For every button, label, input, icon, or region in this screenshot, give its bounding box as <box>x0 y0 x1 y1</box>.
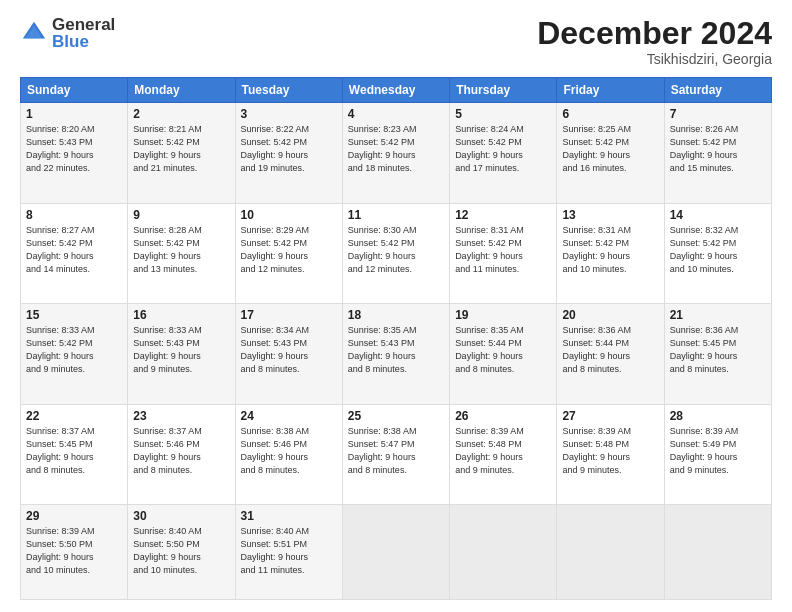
table-row: 26Sunrise: 8:39 AM Sunset: 5:48 PM Dayli… <box>450 404 557 505</box>
table-row: 15Sunrise: 8:33 AM Sunset: 5:42 PM Dayli… <box>21 304 128 405</box>
table-row: 2Sunrise: 8:21 AM Sunset: 5:42 PM Daylig… <box>128 103 235 204</box>
day-number: 6 <box>562 107 658 121</box>
col-saturday: Saturday <box>664 78 771 103</box>
page: General Blue December 2024 Tsikhisdziri,… <box>0 0 792 612</box>
day-number: 12 <box>455 208 551 222</box>
day-info: Sunrise: 8:36 AM Sunset: 5:45 PM Dayligh… <box>670 324 766 376</box>
day-info: Sunrise: 8:35 AM Sunset: 5:43 PM Dayligh… <box>348 324 444 376</box>
day-info: Sunrise: 8:24 AM Sunset: 5:42 PM Dayligh… <box>455 123 551 175</box>
day-info: Sunrise: 8:33 AM Sunset: 5:42 PM Dayligh… <box>26 324 122 376</box>
day-number: 28 <box>670 409 766 423</box>
table-row: 1Sunrise: 8:20 AM Sunset: 5:43 PM Daylig… <box>21 103 128 204</box>
day-number: 5 <box>455 107 551 121</box>
day-number: 8 <box>26 208 122 222</box>
table-row: 19Sunrise: 8:35 AM Sunset: 5:44 PM Dayli… <box>450 304 557 405</box>
day-number: 30 <box>133 509 229 523</box>
table-row: 30Sunrise: 8:40 AM Sunset: 5:50 PM Dayli… <box>128 505 235 600</box>
logo-blue: Blue <box>52 33 115 50</box>
table-row: 21Sunrise: 8:36 AM Sunset: 5:45 PM Dayli… <box>664 304 771 405</box>
day-info: Sunrise: 8:29 AM Sunset: 5:42 PM Dayligh… <box>241 224 337 276</box>
day-number: 7 <box>670 107 766 121</box>
table-row: 20Sunrise: 8:36 AM Sunset: 5:44 PM Dayli… <box>557 304 664 405</box>
table-row: 3Sunrise: 8:22 AM Sunset: 5:42 PM Daylig… <box>235 103 342 204</box>
table-row <box>450 505 557 600</box>
col-friday: Friday <box>557 78 664 103</box>
day-number: 23 <box>133 409 229 423</box>
day-info: Sunrise: 8:39 AM Sunset: 5:49 PM Dayligh… <box>670 425 766 477</box>
day-number: 17 <box>241 308 337 322</box>
col-monday: Monday <box>128 78 235 103</box>
day-info: Sunrise: 8:34 AM Sunset: 5:43 PM Dayligh… <box>241 324 337 376</box>
day-number: 10 <box>241 208 337 222</box>
title-block: December 2024 Tsikhisdziri, Georgia <box>537 16 772 67</box>
table-row: 13Sunrise: 8:31 AM Sunset: 5:42 PM Dayli… <box>557 203 664 304</box>
day-info: Sunrise: 8:37 AM Sunset: 5:45 PM Dayligh… <box>26 425 122 477</box>
day-info: Sunrise: 8:38 AM Sunset: 5:47 PM Dayligh… <box>348 425 444 477</box>
day-number: 14 <box>670 208 766 222</box>
day-number: 15 <box>26 308 122 322</box>
day-number: 2 <box>133 107 229 121</box>
day-info: Sunrise: 8:32 AM Sunset: 5:42 PM Dayligh… <box>670 224 766 276</box>
day-number: 4 <box>348 107 444 121</box>
table-row: 14Sunrise: 8:32 AM Sunset: 5:42 PM Dayli… <box>664 203 771 304</box>
day-number: 22 <box>26 409 122 423</box>
table-row: 7Sunrise: 8:26 AM Sunset: 5:42 PM Daylig… <box>664 103 771 204</box>
table-row: 12Sunrise: 8:31 AM Sunset: 5:42 PM Dayli… <box>450 203 557 304</box>
table-row: 25Sunrise: 8:38 AM Sunset: 5:47 PM Dayli… <box>342 404 449 505</box>
col-wednesday: Wednesday <box>342 78 449 103</box>
calendar-body: 1Sunrise: 8:20 AM Sunset: 5:43 PM Daylig… <box>21 103 772 600</box>
day-info: Sunrise: 8:39 AM Sunset: 5:48 PM Dayligh… <box>455 425 551 477</box>
day-number: 13 <box>562 208 658 222</box>
day-number: 27 <box>562 409 658 423</box>
day-number: 21 <box>670 308 766 322</box>
day-info: Sunrise: 8:21 AM Sunset: 5:42 PM Dayligh… <box>133 123 229 175</box>
day-info: Sunrise: 8:36 AM Sunset: 5:44 PM Dayligh… <box>562 324 658 376</box>
table-row: 5Sunrise: 8:24 AM Sunset: 5:42 PM Daylig… <box>450 103 557 204</box>
day-number: 29 <box>26 509 122 523</box>
location: Tsikhisdziri, Georgia <box>537 51 772 67</box>
day-info: Sunrise: 8:33 AM Sunset: 5:43 PM Dayligh… <box>133 324 229 376</box>
day-info: Sunrise: 8:26 AM Sunset: 5:42 PM Dayligh… <box>670 123 766 175</box>
day-number: 26 <box>455 409 551 423</box>
table-row: 9Sunrise: 8:28 AM Sunset: 5:42 PM Daylig… <box>128 203 235 304</box>
table-row: 28Sunrise: 8:39 AM Sunset: 5:49 PM Dayli… <box>664 404 771 505</box>
day-number: 3 <box>241 107 337 121</box>
day-info: Sunrise: 8:22 AM Sunset: 5:42 PM Dayligh… <box>241 123 337 175</box>
day-info: Sunrise: 8:39 AM Sunset: 5:48 PM Dayligh… <box>562 425 658 477</box>
calendar: Sunday Monday Tuesday Wednesday Thursday… <box>20 77 772 600</box>
table-row: 16Sunrise: 8:33 AM Sunset: 5:43 PM Dayli… <box>128 304 235 405</box>
day-info: Sunrise: 8:20 AM Sunset: 5:43 PM Dayligh… <box>26 123 122 175</box>
day-info: Sunrise: 8:27 AM Sunset: 5:42 PM Dayligh… <box>26 224 122 276</box>
logo: General Blue <box>20 16 115 50</box>
col-thursday: Thursday <box>450 78 557 103</box>
table-row: 18Sunrise: 8:35 AM Sunset: 5:43 PM Dayli… <box>342 304 449 405</box>
day-number: 11 <box>348 208 444 222</box>
table-row <box>342 505 449 600</box>
day-info: Sunrise: 8:38 AM Sunset: 5:46 PM Dayligh… <box>241 425 337 477</box>
header-row: Sunday Monday Tuesday Wednesday Thursday… <box>21 78 772 103</box>
day-number: 1 <box>26 107 122 121</box>
day-info: Sunrise: 8:39 AM Sunset: 5:50 PM Dayligh… <box>26 525 122 577</box>
day-number: 19 <box>455 308 551 322</box>
month-title: December 2024 <box>537 16 772 51</box>
day-number: 16 <box>133 308 229 322</box>
table-row: 8Sunrise: 8:27 AM Sunset: 5:42 PM Daylig… <box>21 203 128 304</box>
table-row: 4Sunrise: 8:23 AM Sunset: 5:42 PM Daylig… <box>342 103 449 204</box>
day-number: 9 <box>133 208 229 222</box>
table-row: 24Sunrise: 8:38 AM Sunset: 5:46 PM Dayli… <box>235 404 342 505</box>
calendar-table: Sunday Monday Tuesday Wednesday Thursday… <box>20 77 772 600</box>
day-number: 18 <box>348 308 444 322</box>
day-info: Sunrise: 8:35 AM Sunset: 5:44 PM Dayligh… <box>455 324 551 376</box>
day-number: 24 <box>241 409 337 423</box>
table-row: 17Sunrise: 8:34 AM Sunset: 5:43 PM Dayli… <box>235 304 342 405</box>
header: General Blue December 2024 Tsikhisdziri,… <box>20 16 772 67</box>
table-row: 29Sunrise: 8:39 AM Sunset: 5:50 PM Dayli… <box>21 505 128 600</box>
day-info: Sunrise: 8:37 AM Sunset: 5:46 PM Dayligh… <box>133 425 229 477</box>
col-tuesday: Tuesday <box>235 78 342 103</box>
day-info: Sunrise: 8:28 AM Sunset: 5:42 PM Dayligh… <box>133 224 229 276</box>
table-row: 6Sunrise: 8:25 AM Sunset: 5:42 PM Daylig… <box>557 103 664 204</box>
calendar-header: Sunday Monday Tuesday Wednesday Thursday… <box>21 78 772 103</box>
table-row: 22Sunrise: 8:37 AM Sunset: 5:45 PM Dayli… <box>21 404 128 505</box>
logo-text: General Blue <box>52 16 115 50</box>
day-info: Sunrise: 8:30 AM Sunset: 5:42 PM Dayligh… <box>348 224 444 276</box>
